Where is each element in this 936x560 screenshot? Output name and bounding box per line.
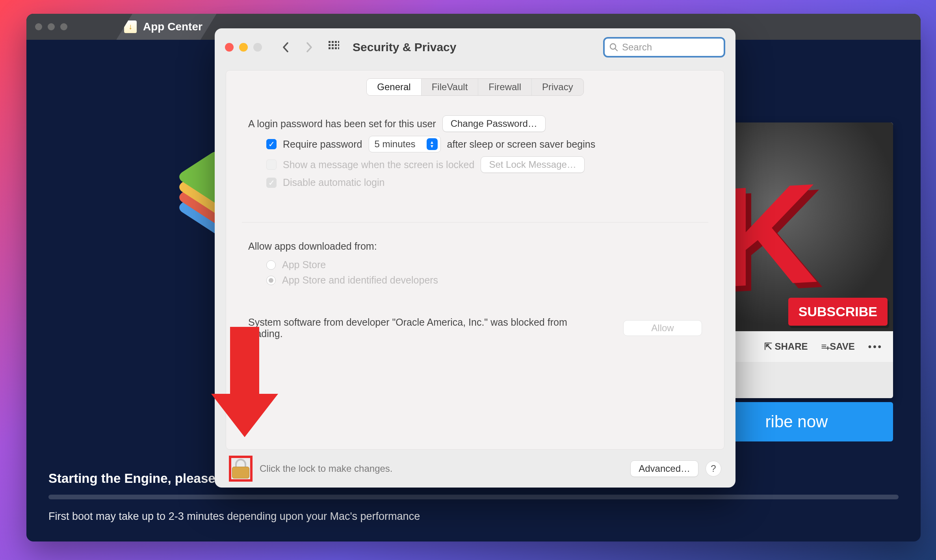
svg-rect-0 xyxy=(329,41,331,43)
tab-general[interactable]: General xyxy=(367,79,421,95)
traffic-lights[interactable] xyxy=(225,43,262,52)
login-password-text: A login password has been set for this u… xyxy=(248,118,436,130)
after-sleep-label: after sleep or screen saver begins xyxy=(447,139,596,150)
lock-hint-text: Click the lock to make changes. xyxy=(260,463,393,474)
search-icon xyxy=(609,43,618,52)
radio-app-store-label: App Store xyxy=(282,259,326,271)
advanced-button[interactable]: Advanced… xyxy=(630,460,698,477)
app-center-tab[interactable]: App Center xyxy=(116,14,217,40)
segmented-tabs[interactable]: General FileVault Firewall Privacy xyxy=(366,78,583,96)
svg-rect-9 xyxy=(332,47,334,49)
progress-bar xyxy=(48,495,899,499)
close-button[interactable] xyxy=(225,43,234,52)
svg-rect-5 xyxy=(332,44,334,46)
require-password-label: Require password xyxy=(283,139,362,150)
tab-privacy[interactable]: Privacy xyxy=(532,79,583,95)
annotation-lock-highlight xyxy=(229,456,253,482)
svg-rect-11 xyxy=(338,47,339,49)
svg-rect-4 xyxy=(329,44,331,46)
set-lock-message-button: Set Lock Message… xyxy=(481,156,584,173)
password-delay-select[interactable]: 5 minutes ▲▼ xyxy=(369,136,441,152)
svg-line-13 xyxy=(615,49,618,51)
subscribe-badge[interactable]: SUBSCRIBE xyxy=(788,298,888,326)
prefs-footer: Click the lock to make changes. Advanced… xyxy=(215,450,735,488)
svg-rect-6 xyxy=(335,44,337,46)
tab-firewall[interactable]: Firewall xyxy=(478,79,532,95)
window-title: Security & Privacy xyxy=(353,41,456,54)
app-center-icon xyxy=(124,20,137,33)
nav-forward-button xyxy=(301,39,317,55)
disable-auto-login-label: Disable automatic login xyxy=(283,177,384,188)
require-password-checkbox[interactable] xyxy=(266,139,277,149)
search-input[interactable] xyxy=(622,42,719,53)
radio-app-store xyxy=(266,260,276,270)
close-dot[interactable] xyxy=(35,23,42,30)
password-delay-value: 5 minutes xyxy=(375,139,416,150)
show-message-checkbox xyxy=(266,159,277,170)
zoom-dot[interactable] xyxy=(60,23,67,30)
svg-rect-8 xyxy=(329,47,331,49)
svg-rect-10 xyxy=(335,47,337,49)
minimize-button[interactable] xyxy=(239,43,248,52)
search-field[interactable] xyxy=(603,37,725,57)
save-button[interactable]: SAVE xyxy=(821,341,855,352)
svg-rect-2 xyxy=(335,41,337,43)
show-all-button[interactable] xyxy=(328,41,339,54)
blocked-software-message: System software from developer "Oracle A… xyxy=(248,317,571,339)
help-button[interactable]: ? xyxy=(706,461,721,477)
minimize-dot[interactable] xyxy=(48,23,55,30)
svg-rect-3 xyxy=(338,41,339,43)
zoom-button-disabled xyxy=(253,43,262,52)
lock-icon[interactable] xyxy=(232,459,249,478)
grid-icon xyxy=(328,41,339,52)
prefs-toolbar: Security & Privacy xyxy=(215,28,735,66)
more-button[interactable]: ••• xyxy=(868,341,883,352)
app-center-tab-title: App Center xyxy=(143,20,202,33)
show-message-label: Show a message when the screen is locked xyxy=(283,159,474,171)
share-button[interactable]: SHARE xyxy=(764,341,808,352)
chevron-left-icon xyxy=(282,42,289,52)
prefs-body: General FileVault Firewall Privacy A log… xyxy=(226,70,724,450)
radio-app-store-identified-label: App Store and identified developers xyxy=(282,274,438,286)
allow-apps-heading: Allow apps downloaded from: xyxy=(248,241,702,252)
radio-app-store-identified xyxy=(266,276,276,285)
chevron-right-icon xyxy=(306,42,312,52)
disable-auto-login-checkbox xyxy=(266,178,277,188)
svg-rect-7 xyxy=(338,44,339,46)
security-privacy-window: Security & Privacy General FileVault Fir… xyxy=(215,28,735,488)
nav-back-button[interactable] xyxy=(278,39,293,55)
status-line-2: First boot may take up to 2-3 minutes de… xyxy=(48,510,899,523)
allow-button: Allow xyxy=(623,320,702,336)
traffic-lights-bg[interactable] xyxy=(35,23,67,30)
svg-rect-1 xyxy=(332,41,334,43)
tab-filevault[interactable]: FileVault xyxy=(422,79,479,95)
change-password-button[interactable]: Change Password… xyxy=(442,115,546,132)
stepper-icon: ▲▼ xyxy=(427,138,438,150)
section-divider xyxy=(242,222,708,223)
